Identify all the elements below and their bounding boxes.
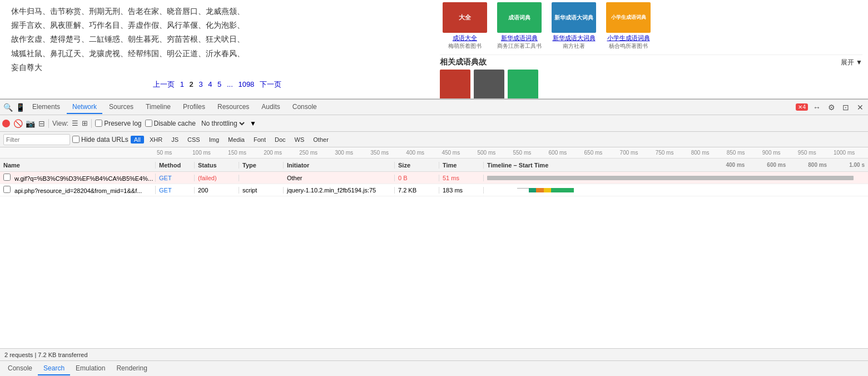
book-cover-1: 大全 [443, 2, 487, 33]
th-mark-600: 600 ms [767, 162, 786, 169]
text-line-2: 握手言欢、夙夜匪解、巧作名目、弄虚作假、风行革偃、化为泡影、 [11, 18, 423, 32]
ruler-550ms: 550 ms [512, 150, 547, 156]
filter-btn-js[interactable]: JS [168, 136, 182, 144]
filter-btn-img[interactable]: Img [206, 136, 222, 144]
page-2[interactable]: 2 [190, 80, 194, 88]
list-view-icon[interactable]: ☰ [72, 119, 78, 127]
header-method: Method [156, 162, 195, 169]
disable-cache-label[interactable]: Disable cache [145, 120, 196, 127]
tab-audits[interactable]: Audits [256, 101, 285, 114]
hide-data-urls-label[interactable]: Hide data URLs [72, 136, 128, 144]
throttle-arrow-icon: ▼ [250, 120, 256, 127]
ruler-450ms: 450 ms [440, 150, 476, 156]
book-title-4[interactable]: 小学生成语词典 [607, 34, 650, 42]
bottom-tab-emulation[interactable]: Emulation [70, 362, 111, 375]
capture-screenshots-button[interactable]: 📷 [26, 119, 35, 128]
tab-sources[interactable]: Sources [103, 101, 139, 114]
filter-btn-xhr[interactable]: XHR [146, 136, 166, 144]
page-1098[interactable]: 1098 [238, 80, 254, 88]
tab-console[interactable]: Console [287, 101, 323, 114]
book-item-4[interactable]: 小学生成语词典 小学生成语词典 杨合鸣所著图书 [603, 2, 653, 50]
book-item-1[interactable]: 大全 成语大全 梅萌所着图书 [440, 2, 490, 50]
ruler-650ms: 650 ms [583, 150, 619, 156]
timeline-ruler: 50 ms 100 ms 150 ms 200 ms 250 ms 300 ms… [0, 147, 868, 159]
bottom-tab-console[interactable]: Console [2, 362, 38, 375]
book-title-3[interactable]: 新华成语大词典 [553, 34, 596, 42]
ruler-900ms: 900 ms [761, 150, 797, 156]
filter-btn-other[interactable]: Other [310, 136, 332, 144]
pagination[interactable]: 上一页 1 2 3 4 5 ... 1098 下一页 [11, 78, 423, 91]
book-title-1[interactable]: 成语大全 [453, 34, 477, 42]
filter-btn-all[interactable]: All [131, 136, 144, 144]
filter-btn-doc[interactable]: Doc [271, 136, 289, 144]
row1-bar [487, 176, 854, 180]
book-author-2: 商务江所著工具书 [497, 42, 542, 50]
book-item-2[interactable]: 成语词典 新华成语词典 商务江所著工具书 [494, 2, 544, 50]
book-title-2[interactable]: 新华成语词典 [501, 34, 538, 42]
header-time: Time [439, 162, 484, 169]
row1-checkbox[interactable] [3, 174, 11, 181]
row2-size: 7.2 KB [395, 187, 439, 194]
filter-input[interactable] [3, 134, 70, 145]
preserve-log-checkbox[interactable] [95, 120, 102, 127]
filter-btn-font[interactable]: Font [250, 136, 269, 144]
disable-cache-checkbox[interactable] [145, 120, 152, 127]
search-icon[interactable]: 🔍 [2, 102, 13, 113]
record-button[interactable] [2, 120, 10, 127]
ruler-950ms: 950 ms [797, 150, 832, 156]
dock-icon[interactable]: ⊡ [840, 102, 851, 113]
row2-bar-stalled [517, 188, 528, 189]
book-author-1: 梅萌所着图书 [448, 42, 482, 50]
book-item-3[interactable]: 新华成语大词典 新华成语大词典 南方社著 [549, 2, 599, 50]
row2-checkbox[interactable] [3, 186, 11, 193]
book-cover-2: 成语词典 [497, 2, 542, 33]
expand-icon[interactable]: ↔ [811, 102, 822, 113]
page-5[interactable]: 5 [217, 80, 221, 88]
tab-resources[interactable]: Resources [212, 101, 255, 114]
bottom-tab-search[interactable]: Search [38, 362, 70, 375]
ruler-50ms: 50 ms [156, 150, 191, 156]
device-icon[interactable]: 📱 [14, 102, 26, 113]
mini-book-2 [474, 70, 504, 99]
th-mark-800: 800 ms [808, 162, 827, 169]
row2-initiator: jquery-1.10.2.min_f2fb5194.js:75 [284, 187, 395, 194]
page-3[interactable]: 3 [199, 80, 202, 88]
bottom-tab-rendering[interactable]: Rendering [111, 362, 152, 375]
filter-btn-media[interactable]: Media [225, 136, 248, 144]
header-name: Name [0, 162, 156, 169]
page-1[interactable]: 1 [180, 80, 184, 88]
tab-elements[interactable]: Elements [27, 101, 66, 114]
devtools-panel: 🔍 📱 Elements Network Sources Timeline Pr… [0, 99, 868, 376]
ruler-300ms: 300 ms [334, 150, 369, 156]
text-line-3: 故作玄虚、楚得楚弓、二缸锤惑、朝生暮死、穷苗苦根、狂犬吠日、 [11, 32, 423, 46]
hide-data-urls-checkbox[interactable] [72, 136, 80, 143]
page-4[interactable]: 4 [208, 80, 212, 88]
settings-icon[interactable]: ⚙ [826, 102, 837, 113]
ruler-850ms: 850 ms [726, 150, 761, 156]
close-icon[interactable]: ✕ [855, 102, 866, 113]
filter-btn-css[interactable]: CSS [184, 136, 204, 144]
tab-network[interactable]: Network [67, 101, 102, 114]
next-page[interactable]: 下一页 [260, 80, 281, 88]
clear-button[interactable]: 🚫 [13, 119, 22, 128]
tab-profiles[interactable]: Profiles [177, 101, 211, 114]
hide-data-urls-text: Hide data URLs [81, 136, 128, 144]
row2-bar-dns [529, 188, 537, 192]
table-row[interactable]: api.php?resource_id=28204&from_mid=1&&f.… [0, 184, 868, 196]
table-row[interactable]: w.gif?q=%B3%C9%D3%EF%B4%CA%B5%E4%... GET… [0, 172, 868, 184]
tab-timeline[interactable]: Timeline [140, 101, 176, 114]
grid-view-icon[interactable]: ⊞ [82, 119, 88, 127]
row2-status: 200 [195, 187, 239, 194]
expand-link[interactable]: 展开 ▼ [841, 58, 862, 67]
filter-button[interactable]: ⊟ [38, 119, 45, 128]
text-line-1: 休牛归马、击节称赏、刑期无刑、告老在家、晓音唇口、龙威燕颔、 [11, 4, 423, 18]
filter-btn-ws[interactable]: WS [291, 136, 308, 144]
row2-time: 183 ms [439, 187, 484, 194]
book-author-4: 杨合鸣所著图书 [609, 42, 648, 50]
ruler-labels: 50 ms 100 ms 150 ms 200 ms 250 ms 300 ms… [0, 150, 868, 156]
preserve-log-label[interactable]: Preserve log [95, 120, 141, 127]
ruler-750ms: 750 ms [654, 150, 690, 156]
throttle-select[interactable]: No throttling Slow 3G Fast 3G Offline [199, 119, 246, 128]
timeline-header-marks: 400 ms 600 ms 800 ms 1.00 s [726, 162, 865, 169]
prev-page[interactable]: 上一页 [153, 80, 175, 88]
